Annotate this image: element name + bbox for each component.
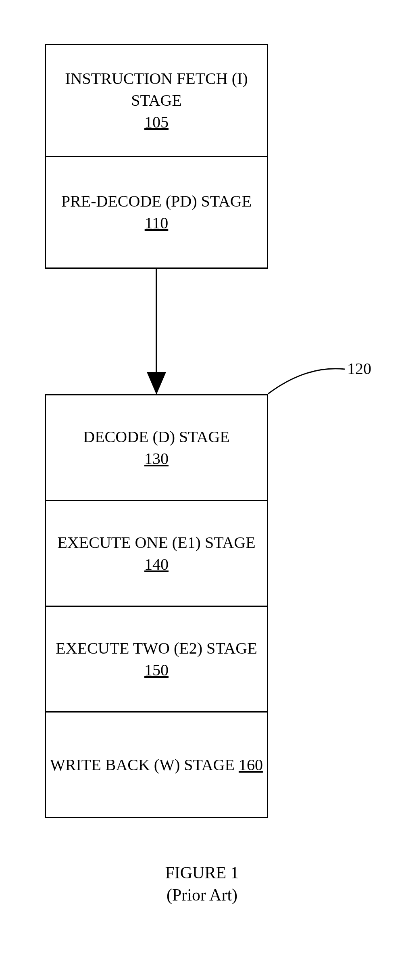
- stage-decode: DECODE (D) STAGE 130: [45, 394, 268, 501]
- stage-title: WRITE BACK (W) STAGE 160: [50, 754, 263, 776]
- stage-execute-one: EXECUTE ONE (E1) STAGE 140: [45, 500, 268, 607]
- stage-title: DECODE (D) STAGE: [83, 426, 229, 448]
- stage-refnum: 140: [144, 554, 169, 575]
- stage-pre-decode: PRE-DECODE (PD) STAGE 110: [45, 156, 268, 269]
- page: INSTRUCTION FETCH (I) STAGE 105 PRE-DECO…: [0, 0, 404, 980]
- stage-execute-two: EXECUTE TWO (E2) STAGE 150: [45, 606, 268, 713]
- stage-instruction-fetch: INSTRUCTION FETCH (I) STAGE 105: [45, 44, 268, 157]
- stage-refnum: 130: [144, 448, 169, 470]
- group-label-120: 120: [347, 359, 371, 378]
- stage-title: EXECUTE TWO (E2) STAGE: [56, 637, 257, 659]
- figure-number: FIGURE 1: [0, 862, 404, 884]
- stage-refnum: 150: [144, 659, 169, 681]
- stage-refnum: 160: [239, 756, 263, 774]
- stage-title: INSTRUCTION FETCH (I) STAGE: [46, 68, 267, 111]
- stage-write-back: WRITE BACK (W) STAGE 160: [45, 711, 268, 818]
- stage-wb-text: WRITE BACK (W) STAGE: [50, 756, 239, 774]
- stage-refnum: 105: [144, 111, 169, 133]
- leader-line: [268, 369, 345, 394]
- figure-caption: FIGURE 1 (Prior Art): [0, 862, 404, 906]
- stage-title: EXECUTE ONE (E1) STAGE: [57, 532, 255, 554]
- figure-note: (Prior Art): [0, 884, 404, 906]
- stage-refnum: 110: [145, 212, 169, 234]
- stage-title: PRE-DECODE (PD) STAGE: [61, 190, 252, 212]
